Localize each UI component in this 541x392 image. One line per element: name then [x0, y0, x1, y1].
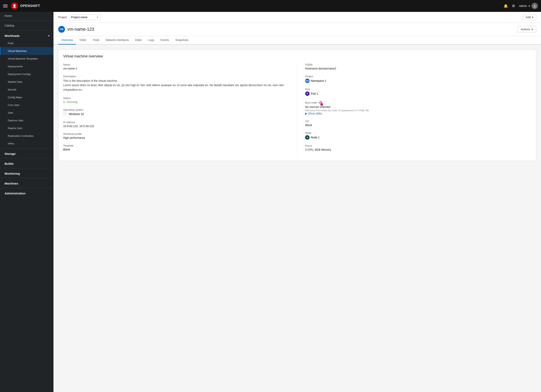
tab-logs[interactable]: Logs [145, 36, 157, 45]
project-info-value: Namspace 1 [311, 79, 326, 82]
sidebar-item-home[interactable]: Home [0, 12, 53, 20]
sidebar-item-stateful-sets[interactable]: Stateful Sets [0, 78, 53, 86]
project-bar: Project Project-name Add ▾ [53, 12, 541, 23]
sidebar-section-storage[interactable]: Storage [0, 149, 53, 157]
sidebar-item-virtual-machine-templates[interactable]: Virtual Machine Templates [0, 55, 53, 62]
boot-order-label: Boot order [305, 101, 531, 104]
overview-title: Virtual machine overview [63, 54, 531, 58]
sidebar-item-deployments[interactable]: Deployments [0, 62, 53, 70]
settings-gear-icon[interactable]: ⚙ [512, 4, 515, 8]
field-workload: Workload profile High performance [63, 132, 289, 139]
sidebar-section-builds[interactable]: Builds [0, 159, 53, 167]
show-disks-label: Show disks [308, 112, 322, 115]
tab-snapshots[interactable]: Snapshots [172, 36, 192, 45]
overview-card: Virtual machine overview Name vm-name-1 … [58, 49, 536, 161]
sidebar-item-jobs[interactable]: Jobs [0, 109, 53, 117]
field-boot-order: Boot order [305, 101, 531, 115]
sidebar-item-cron-jobs[interactable]: Cron Jobs [0, 101, 53, 109]
avatar [531, 3, 538, 9]
hamburger-menu[interactable] [3, 4, 8, 8]
actions-button[interactable]: Actions ▾ [517, 26, 536, 33]
sidebar-section-workloads[interactable]: Workloads ▾ [0, 31, 53, 39]
add-button-label: Add [526, 16, 531, 19]
overview-grid: Name vm-name-1 Description This is the d… [63, 63, 531, 156]
actions-label: Actions [521, 28, 530, 31]
description-label: Description [63, 75, 289, 78]
user-chevron-icon: ▾ [529, 4, 530, 8]
flavor-label: Flavor [305, 144, 531, 147]
actions-chevron-icon: ▾ [531, 28, 533, 31]
project-dropdown[interactable]: Project-name [69, 14, 101, 20]
project-label: Project [58, 16, 67, 19]
tab-yaml[interactable]: YAML [76, 36, 90, 45]
add-button-chevron-icon: ▾ [532, 16, 533, 19]
user-label: Admin [519, 4, 527, 8]
node-badge: N Node 1 [305, 135, 320, 139]
sidebar-item-daemon-sets[interactable]: Daemon Sets [0, 117, 53, 124]
template-value: Blank [63, 148, 289, 151]
ip-label: IP address [63, 121, 289, 124]
name-value: vm-name-1 [63, 67, 289, 70]
svg-point-1 [534, 5, 536, 6]
sidebar-divider-1 [0, 21, 53, 21]
sidebar-item-virtual-machines[interactable]: Virtual Machines [0, 47, 53, 55]
user-menu[interactable]: Admin ▾ [519, 3, 538, 9]
sidebar-divider-7 [0, 188, 53, 188]
cd-label: CD [305, 120, 531, 123]
tab-network-interfaces[interactable]: Network Interfaces [102, 36, 132, 45]
field-pod: Pod P Pod 1 [305, 88, 531, 96]
sidebar-item-config-maps[interactable]: Config Maps [0, 93, 53, 101]
sidebar-section-machines[interactable]: Machines [0, 179, 53, 187]
field-template: Template Blank [63, 144, 289, 151]
sidebar-divider-2 [0, 30, 53, 31]
sidebar-section-monitoring[interactable]: Monitoring [0, 169, 53, 177]
sidebar-item-pods[interactable]: Pods [0, 39, 53, 47]
sidebar-item-catalog[interactable]: Catalog [0, 22, 53, 30]
content-area: Project Project-name Add ▾ VM vm-name-12… [53, 12, 541, 392]
main-layout: Home Catalog Workloads ▾ Pods Virtual Ma… [0, 12, 541, 392]
field-description: Description This is the description of t… [63, 75, 289, 92]
sidebar-item-replication-controllers[interactable]: Replication Controllers [0, 132, 53, 140]
os-label: Operating system [63, 108, 289, 111]
logo: OPENSHIFT [11, 2, 40, 10]
cd-value: Blank [305, 124, 531, 127]
description-value: This is the description of the virtual m… [63, 79, 289, 92]
status-value: ↻ Running [63, 100, 289, 103]
pod-label: Pod [305, 88, 531, 91]
pod-badge: P Pod 1 [305, 92, 318, 96]
ns-badge-icon: NS [305, 79, 310, 83]
sidebar: Home Catalog Workloads ▾ Pods Virtual Ma… [0, 12, 53, 392]
field-ip: IP address 10.9.62.122, 10.5.34.122 [63, 121, 289, 128]
vm-title: VM vm-name-123 [58, 26, 94, 33]
sidebar-item-replica-sets[interactable]: Replica Sets [0, 124, 53, 132]
page-title: vm-name-123 [67, 27, 94, 32]
tab-overview[interactable]: Overview [58, 36, 76, 45]
sidebar-item-deployment-configs[interactable]: Deployment Configs [0, 70, 53, 78]
workloads-chevron-icon: ▾ [48, 34, 50, 37]
field-cd: CD Blank [305, 120, 531, 127]
tab-pods[interactable]: Pods [90, 36, 102, 45]
name-label: Name [63, 63, 289, 66]
project-selector: Project Project-name [58, 14, 101, 20]
field-node: Node N Node 1 [305, 131, 531, 139]
field-status: Status ↻ Running [63, 97, 289, 103]
show-disks-link[interactable]: ▶ Show disks [305, 112, 531, 115]
pod-value: Pod 1 [311, 92, 318, 95]
vm-badge: VM [58, 26, 65, 33]
add-button[interactable]: Add ▾ [523, 14, 536, 20]
sidebar-item-secrets[interactable]: Secrets [0, 86, 53, 93]
sidebar-item-hpas[interactable]: HPAs [0, 140, 53, 148]
os-icon: ? [63, 112, 67, 116]
navbar-right: 🔔 ⚙ Admin ▾ [504, 3, 538, 9]
boot-order-edit-icon[interactable] [318, 101, 322, 104]
overview-right: FQDN Hostname.domainname2 Project NS Nam… [297, 63, 531, 156]
sidebar-section-administration[interactable]: Administration [0, 189, 53, 197]
tab-disks[interactable]: Disks [132, 36, 145, 45]
logo-text: OPENSHIFT [20, 4, 40, 8]
workload-label: Workload profile [63, 132, 289, 135]
tab-events[interactable]: Events [157, 36, 172, 45]
project-info-label: Project [305, 75, 531, 78]
main-content: Virtual machine overview Name vm-name-1 … [53, 45, 541, 392]
template-label: Template [63, 144, 289, 147]
notification-bell-icon[interactable]: 🔔 [504, 4, 508, 8]
